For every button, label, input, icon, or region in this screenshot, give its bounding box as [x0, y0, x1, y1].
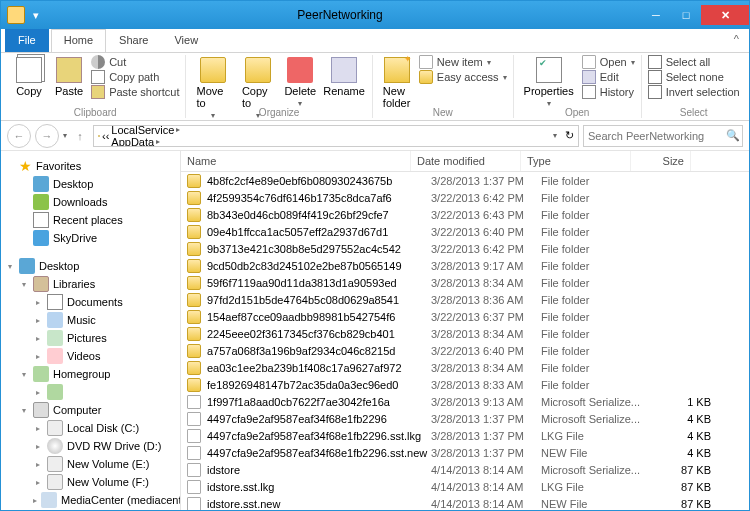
paste-icon	[56, 57, 82, 83]
search-input[interactable]	[588, 130, 726, 142]
file-row[interactable]: a757a068f3a196b9af2934c046c8215d3/22/201…	[181, 342, 749, 359]
col-date[interactable]: Date modified	[411, 151, 521, 171]
breadcrumb-segment[interactable]: LocalService▸	[111, 125, 195, 136]
chevron-icon[interactable]: ‹‹	[102, 130, 109, 142]
file-date: 3/28/2013 8:34 AM	[431, 328, 541, 340]
file-row[interactable]: 9cd50db2c83d245102e2be87b05651493/28/201…	[181, 257, 749, 274]
file-row[interactable]: 4b8fc2cf4e89e0ebf6b080930243675b3/28/201…	[181, 172, 749, 189]
file-date: 3/22/2013 6:43 PM	[431, 209, 541, 221]
nav-hg-user-icon	[47, 384, 63, 400]
select-all-button[interactable]: Select all	[648, 55, 740, 69]
tab-file[interactable]: File	[5, 29, 49, 52]
forward-button[interactable]: →	[35, 124, 59, 148]
back-button[interactable]: ←	[7, 124, 31, 148]
file-name: 09e4b1ffcca1ac5057eff2a2937d67d1	[207, 226, 431, 238]
file-list-pane[interactable]: Name Date modified Type Size 4b8fc2cf4e8…	[181, 151, 749, 510]
up-button[interactable]: ↑	[71, 127, 89, 145]
file-row[interactable]: 4497cfa9e2af9587eaf34f68e1fb22963/28/201…	[181, 410, 749, 427]
copy-path-button[interactable]: Copy path	[91, 70, 179, 84]
folder-icon	[187, 310, 201, 324]
easy-access-button[interactable]: Easy access▾	[419, 70, 507, 84]
file-row[interactable]: 4497cfa9e2af9587eaf34f68e1fb2296.sst.new…	[181, 444, 749, 461]
nav-computer[interactable]: ▾Computer	[1, 401, 180, 419]
minimize-button[interactable]: ─	[641, 5, 671, 25]
file-row[interactable]: idstore.sst.lkg4/14/2013 8:14 AMLKG File…	[181, 478, 749, 495]
nav-homegroup[interactable]: ▾Homegroup	[1, 365, 180, 383]
close-button[interactable]: ✕	[701, 5, 749, 25]
refresh-button[interactable]: ↻	[565, 129, 574, 142]
file-row[interactable]: 9b3713e421c308b8e5d297552ac4c5423/22/201…	[181, 240, 749, 257]
nav-fav-item[interactable]: Desktop	[1, 175, 180, 193]
nav-favorites[interactable]: ★Favorites	[1, 157, 180, 175]
file-row[interactable]: idstore4/14/2013 8:14 AMMicrosoft Serial…	[181, 461, 749, 478]
ribbon-group-open: Properties▾ Open▾ Edit History Open	[514, 55, 642, 118]
file-row[interactable]: fe18926948147b72ac35da0a3ec96ed03/28/201…	[181, 376, 749, 393]
file-row[interactable]: 8b343e0d46cb089f4f419c26bf29cfe73/22/201…	[181, 206, 749, 223]
ribbon-collapse-button[interactable]: ^	[724, 29, 749, 52]
file-date: 4/14/2013 8:14 AM	[431, 498, 541, 510]
nav-fav-item[interactable]: Downloads	[1, 193, 180, 211]
ribbon-tabs: File Home Share View ^	[1, 29, 749, 53]
file-row[interactable]: 97fd2d151b5de4764b5c08d0629a85413/28/201…	[181, 291, 749, 308]
nav-hg-user[interactable]: ▸	[1, 383, 180, 401]
col-name[interactable]: Name	[181, 151, 411, 171]
nav-network[interactable]: ▾Network	[1, 509, 180, 510]
paste-shortcut-button[interactable]: Paste shortcut	[91, 85, 179, 99]
select-none-button[interactable]: Select none	[648, 70, 740, 84]
file-icon	[187, 446, 201, 460]
cut-button[interactable]: Cut	[91, 55, 179, 69]
address-dropdown[interactable]: ▾	[553, 131, 557, 140]
file-row[interactable]: 1f997f1a8aad0cb7622f7ae3042fe16a3/28/201…	[181, 393, 749, 410]
invert-selection-button[interactable]: Invert selection	[648, 85, 740, 99]
open-button[interactable]: Open▾	[582, 55, 635, 69]
nav-lib-item[interactable]: ▸Videos	[1, 347, 180, 365]
edit-button[interactable]: Edit	[582, 70, 635, 84]
rename-button[interactable]: Rename	[322, 55, 366, 99]
breadcrumb-bar[interactable]: ‹‹ Windows▸ServiceProfiles▸LocalService▸…	[93, 125, 579, 147]
nav-lib-item[interactable]: ▸Documents	[1, 293, 180, 311]
nav-drive-item[interactable]: ▸New Volume (F:)	[1, 473, 180, 491]
file-row[interactable]: idstore.sst.new4/14/2013 8:14 AMNEW File…	[181, 495, 749, 510]
nav-fav-item[interactable]: Recent places	[1, 211, 180, 229]
search-box[interactable]: 🔍	[583, 125, 743, 147]
file-row[interactable]: 4497cfa9e2af9587eaf34f68e1fb2296.sst.lkg…	[181, 427, 749, 444]
col-type[interactable]: Type	[521, 151, 631, 171]
file-row[interactable]: 09e4b1ffcca1ac5057eff2a2937d67d13/22/201…	[181, 223, 749, 240]
nav-desktop[interactable]: ▾Desktop	[1, 257, 180, 275]
recent-locations-button[interactable]: ▾	[63, 131, 67, 140]
file-size: 87 KB	[651, 464, 711, 476]
tab-share[interactable]: Share	[106, 29, 161, 52]
new-item-button[interactable]: New item▾	[419, 55, 507, 69]
file-row[interactable]: ea03c1ee2ba239b1f408c17a9627af9723/28/20…	[181, 359, 749, 376]
delete-button[interactable]: Delete▾	[282, 55, 318, 110]
tab-home[interactable]: Home	[51, 29, 106, 52]
file-row[interactable]: 2245eee02f3617345cf376cb829cb4013/28/201…	[181, 325, 749, 342]
file-row[interactable]: 154aef87cce09aadbb98981b542754f63/22/201…	[181, 308, 749, 325]
nav-drive-item[interactable]: ▸DVD RW Drive (D:)	[1, 437, 180, 455]
nav-drive-item[interactable]: ▸MediaCenter (mediacenter-pc)	[1, 491, 180, 509]
file-name: 59f6f7119aa90d11da3813d1a90593ed	[207, 277, 431, 289]
titlebar: ▾ PeerNetworking ─ □ ✕	[1, 1, 749, 29]
properties-button[interactable]: Properties▾	[520, 55, 578, 110]
nav-libraries[interactable]: ▾Libraries	[1, 275, 180, 293]
file-date: 3/28/2013 8:34 AM	[431, 362, 541, 374]
breadcrumb-segment[interactable]: AppData▸	[111, 136, 195, 147]
copy-button[interactable]: Copy	[11, 55, 47, 99]
nav-lib-item[interactable]: ▸Pictures	[1, 329, 180, 347]
nav-lib-item[interactable]: ▸Music	[1, 311, 180, 329]
col-size[interactable]: Size	[631, 151, 691, 171]
paste-button[interactable]: Paste	[51, 55, 87, 99]
file-row[interactable]: 59f6f7119aa90d11da3813d1a90593ed3/28/201…	[181, 274, 749, 291]
history-button[interactable]: History	[582, 85, 635, 99]
navigation-pane[interactable]: ★FavoritesDesktopDownloadsRecent placesS…	[1, 151, 181, 510]
file-row[interactable]: 4f2599354c76df6146b1735c8dca7af63/22/201…	[181, 189, 749, 206]
nav-drive-item[interactable]: ▸Local Disk (C:)	[1, 419, 180, 437]
nav-drive-item[interactable]: ▸New Volume (E:)	[1, 455, 180, 473]
nav-fav-item[interactable]: SkyDrive	[1, 229, 180, 247]
folder-icon	[187, 242, 201, 256]
tab-view[interactable]: View	[161, 29, 211, 52]
new-folder-button[interactable]: New folder	[379, 55, 415, 111]
file-type: File folder	[541, 277, 651, 289]
maximize-button[interactable]: □	[671, 5, 701, 25]
file-date: 3/28/2013 1:37 PM	[431, 430, 541, 442]
